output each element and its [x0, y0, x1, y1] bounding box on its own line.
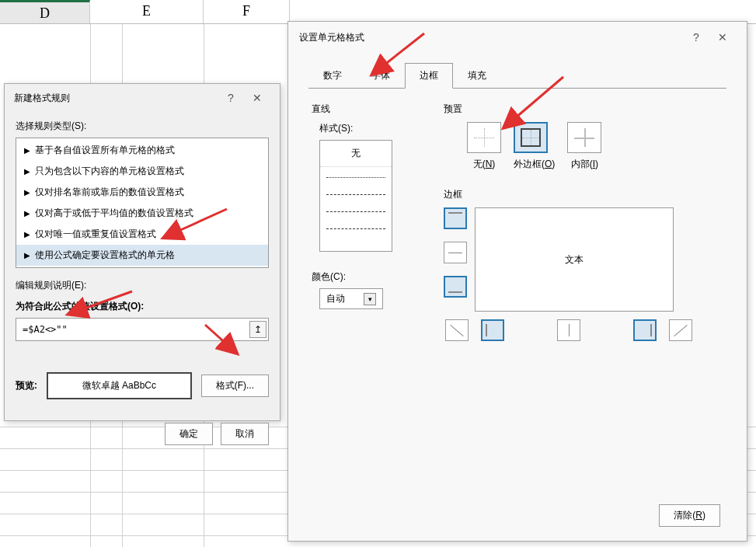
col-header-f[interactable]: F — [204, 0, 290, 23]
cancel-button[interactable]: 取消 — [221, 423, 269, 445]
border-vmid-toggle[interactable] — [557, 319, 580, 341]
border-top-toggle[interactable] — [444, 207, 467, 229]
close-button[interactable]: ✕ — [709, 30, 736, 45]
rule-item[interactable]: ▶仅对排名靠前或靠后的数值设置格式 — [16, 182, 268, 203]
tab-number[interactable]: 数字 — [308, 63, 357, 89]
collapse-icon: ↥ — [254, 324, 262, 335]
border-diag-down-toggle[interactable] — [445, 319, 469, 341]
close-button[interactable]: ✕ — [244, 90, 270, 106]
border-right-toggle[interactable] — [633, 319, 657, 341]
border-section-title: 边框 — [444, 188, 692, 201]
border-left-toggle[interactable] — [481, 319, 504, 341]
dialog-title-text: 设置单元格格式 — [299, 31, 683, 44]
style-dotted[interactable] — [326, 169, 385, 184]
preset-inside-label: 内部(I) — [567, 158, 601, 171]
preset-none-label: 无(N) — [467, 158, 501, 171]
preset-none[interactable] — [467, 122, 501, 153]
formula-input-wrapper: ↥ — [16, 318, 269, 341]
dialog-title-text: 新建格式规则 — [14, 92, 218, 105]
range-picker-button[interactable]: ↥ — [249, 321, 267, 338]
preset-outline[interactable] — [514, 122, 548, 153]
border-hmid-toggle[interactable] — [444, 242, 467, 263]
style-dashed[interactable] — [326, 186, 385, 201]
tab-border[interactable]: 边框 — [405, 63, 453, 89]
preset-section-title: 预置 — [444, 103, 692, 116]
line-section: 直线 样式(S): 无 颜色(C): 自动 ▾ — [312, 103, 405, 341]
color-dropdown[interactable]: 自动 ▾ — [319, 288, 383, 309]
rule-item[interactable]: ▶只为包含以下内容的单元格设置格式 — [16, 161, 268, 182]
dialog-title-bar: 设置单元格格式 ? ✕ — [288, 22, 747, 53]
line-style-list[interactable]: 无 — [319, 140, 392, 252]
format-preview: 微软卓越 AaBbCc — [47, 372, 192, 399]
new-format-rule-dialog: 新建格式规则 ? ✕ 选择规则类型(S): ▶基于各自值设置所有单元格的格式 ▶… — [4, 83, 280, 421]
help-button[interactable]: ? — [218, 90, 244, 106]
preview-row: 预览: 微软卓越 AaBbCc 格式(F)... — [16, 372, 269, 399]
border-preview-box: 文本 — [475, 207, 674, 312]
preset-outline-label: 外边框(O) — [514, 158, 555, 171]
rule-item[interactable]: ▶仅对高于或低于平均值的数值设置格式 — [16, 203, 268, 224]
dialog-title-bar: 新建格式规则 ? ✕ — [5, 84, 280, 112]
border-diag-up-toggle[interactable] — [669, 319, 692, 341]
style-dashed-2[interactable] — [326, 204, 385, 218]
format-cells-dialog: 设置单元格格式 ? ✕ 数字 字体 边框 填充 直线 样式(S): 无 颜色(C… — [287, 21, 747, 542]
formula-input[interactable] — [16, 319, 248, 340]
rule-type-label: 选择规则类型(S): — [16, 120, 269, 133]
rule-type-list: ▶基于各自值设置所有单元格的格式 ▶只为包含以下内容的单元格设置格式 ▶仅对排名… — [16, 138, 269, 268]
style-dashdot[interactable] — [326, 221, 385, 235]
help-button[interactable]: ? — [683, 30, 709, 45]
edit-rule-label: 编辑规则说明(E): — [16, 279, 269, 292]
preview-text: 文本 — [565, 253, 584, 267]
style-label: 样式(S): — [319, 122, 405, 135]
color-label: 颜色(C): — [312, 270, 405, 284]
chevron-down-icon: ▾ — [364, 293, 376, 305]
rule-item-formula[interactable]: ▶使用公式确定要设置格式的单元格 — [16, 245, 268, 266]
tab-font[interactable]: 字体 — [357, 63, 405, 89]
col-header-e[interactable]: E — [90, 0, 204, 23]
line-section-title: 直线 — [312, 103, 405, 116]
tab-fill[interactable]: 填充 — [453, 63, 501, 89]
style-none[interactable]: 无 — [320, 141, 392, 167]
preview-label: 预览: — [16, 379, 37, 392]
border-bottom-toggle[interactable] — [444, 276, 467, 298]
rule-item[interactable]: ▶仅对唯一值或重复值设置格式 — [16, 224, 268, 245]
ok-button[interactable]: 确定 — [165, 423, 213, 445]
formula-label: 为符合此公式的值设置格式(O): — [16, 300, 269, 313]
col-header-d[interactable]: D — [0, 0, 90, 23]
tab-bar: 数字 字体 边框 填充 — [308, 62, 726, 89]
clear-button[interactable]: 清除(R) — [659, 504, 720, 527]
format-button[interactable]: 格式(F)... — [201, 375, 269, 397]
color-value: 自动 — [326, 292, 345, 305]
rule-item[interactable]: ▶基于各自值设置所有单元格的格式 — [16, 140, 268, 161]
preset-inside[interactable] — [567, 122, 601, 153]
